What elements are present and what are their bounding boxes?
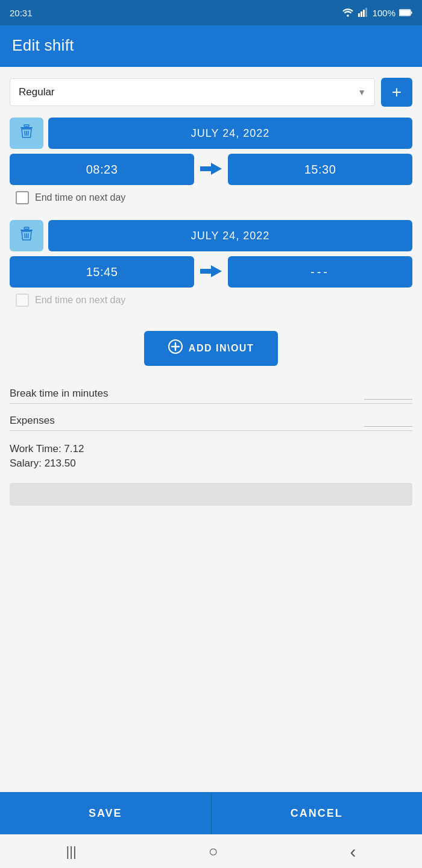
shift1-next-day-row: End time on next day bbox=[10, 191, 412, 204]
trash-icon-2 bbox=[20, 227, 33, 245]
shift1-end-time-button[interactable]: 15:30 bbox=[228, 154, 412, 185]
shift1-start-time-button[interactable]: 08:23 bbox=[10, 154, 194, 185]
svg-marker-19 bbox=[200, 265, 222, 277]
shift-type-row: Regular ▼ + bbox=[10, 78, 412, 107]
chevron-down-icon: ▼ bbox=[357, 87, 366, 97]
svg-line-10 bbox=[25, 131, 25, 136]
expenses-row: Expenses bbox=[10, 407, 412, 431]
svg-line-16 bbox=[25, 233, 25, 238]
svg-rect-9 bbox=[24, 125, 29, 127]
page-header: Edit shift bbox=[0, 25, 422, 67]
svg-point-0 bbox=[347, 14, 349, 17]
battery-display: 100% bbox=[373, 8, 395, 18]
shift-type-dropdown[interactable]: Regular ▼ bbox=[10, 78, 375, 106]
shift2-date-button[interactable]: JULY 24, 2022 bbox=[48, 220, 412, 251]
salary-summary: Salary: 213.50 bbox=[10, 458, 412, 470]
svg-rect-6 bbox=[400, 10, 410, 15]
expenses-value[interactable] bbox=[364, 425, 412, 427]
break-time-label: Break time in minutes bbox=[10, 388, 108, 400]
navigation-bar: ||| ○ ‹ bbox=[0, 834, 422, 868]
grey-bar bbox=[10, 483, 412, 506]
main-content: Regular ▼ + JULY 24, 2022 bbox=[0, 67, 422, 792]
arrow-right-icon bbox=[199, 160, 223, 179]
shift-block-1: JULY 24, 2022 08:23 15:30 End time on ne… bbox=[10, 118, 412, 214]
shift2-date-row: JULY 24, 2022 bbox=[10, 220, 412, 251]
back-nav-button[interactable]: ‹ bbox=[338, 837, 368, 867]
home-nav-button[interactable]: ○ bbox=[197, 837, 230, 866]
svg-line-12 bbox=[28, 131, 29, 136]
save-button[interactable]: SAVE bbox=[0, 792, 211, 834]
menu-nav-button[interactable]: ||| bbox=[54, 839, 89, 864]
shift2-next-day-checkbox[interactable] bbox=[16, 294, 29, 307]
page-title: Edit shift bbox=[12, 36, 410, 55]
bottom-buttons: SAVE CANCEL bbox=[0, 792, 422, 834]
svg-marker-13 bbox=[200, 163, 222, 175]
svg-rect-1 bbox=[358, 13, 360, 17]
svg-rect-8 bbox=[20, 127, 33, 128]
shift2-start-time-button[interactable]: 15:45 bbox=[10, 256, 194, 288]
work-time-summary: Work Time: 7.12 bbox=[10, 443, 412, 455]
shift2-end-time-button[interactable]: --- bbox=[228, 256, 412, 288]
shift2-next-day-label: End time on next day bbox=[35, 295, 125, 306]
add-inout-label: ADD IN\OUT bbox=[189, 343, 254, 354]
add-inout-row: ADD IN\OUT bbox=[10, 331, 412, 366]
wifi-icon bbox=[341, 7, 354, 19]
shift1-next-day-label: End time on next day bbox=[35, 192, 125, 203]
shift2-time-row: 15:45 --- bbox=[10, 256, 412, 288]
status-bar: 20:31 100% bbox=[0, 0, 422, 25]
time-display: 20:31 bbox=[10, 8, 33, 18]
summary-section: Work Time: 7.12 Salary: 213.50 bbox=[10, 443, 412, 472]
shift1-next-day-checkbox[interactable] bbox=[16, 191, 29, 204]
arrow-right-icon-2 bbox=[199, 262, 223, 281]
shift1-time-row: 08:23 15:30 bbox=[10, 154, 412, 185]
break-time-value[interactable] bbox=[364, 398, 412, 400]
shift-block-2: JULY 24, 2022 15:45 --- End time on next… bbox=[10, 220, 412, 316]
trash-icon bbox=[20, 124, 33, 142]
svg-line-18 bbox=[28, 233, 29, 238]
svg-rect-2 bbox=[361, 11, 362, 17]
delete-shift2-button[interactable] bbox=[10, 220, 43, 251]
delete-shift1-button[interactable] bbox=[10, 118, 43, 149]
plus-circle-icon bbox=[168, 339, 183, 357]
signal-icon bbox=[358, 7, 369, 19]
shift1-date-row: JULY 24, 2022 bbox=[10, 118, 412, 149]
svg-rect-4 bbox=[365, 8, 367, 17]
shift2-next-day-row: End time on next day bbox=[10, 294, 412, 307]
expenses-label: Expenses bbox=[10, 415, 55, 427]
battery-icon bbox=[399, 8, 412, 18]
cancel-button[interactable]: CANCEL bbox=[211, 792, 423, 834]
add-inout-button[interactable]: ADD IN\OUT bbox=[144, 331, 278, 366]
svg-rect-14 bbox=[20, 230, 33, 231]
svg-rect-7 bbox=[411, 11, 412, 14]
add-shift-type-button[interactable]: + bbox=[381, 78, 412, 107]
svg-rect-3 bbox=[363, 10, 365, 17]
break-time-row: Break time in minutes bbox=[10, 380, 412, 404]
shift1-date-button[interactable]: JULY 24, 2022 bbox=[48, 118, 412, 149]
svg-rect-15 bbox=[24, 227, 29, 229]
shift-type-label: Regular bbox=[19, 86, 55, 98]
status-bar-right: 100% bbox=[341, 7, 412, 19]
